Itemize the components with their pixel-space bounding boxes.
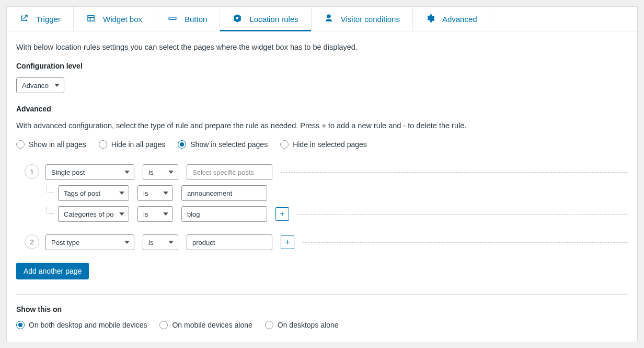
tab-trigger[interactable]: Trigger (7, 7, 74, 31)
rules-builder: 1 Single post is Tags of post (16, 161, 628, 279)
rule-type-select[interactable]: Tags of post (58, 185, 129, 201)
tab-advanced[interactable]: Advanced (413, 7, 490, 31)
rule-divider (281, 172, 628, 173)
rule-type-select[interactable]: Categories of post (58, 206, 129, 222)
radio-indicator (178, 140, 186, 149)
rule-value-input[interactable] (181, 185, 267, 201)
settings-panel: Trigger Widget box Button Location rules… (6, 6, 638, 342)
radio-desktop-only[interactable]: On desktops alone (265, 321, 339, 329)
section-separator (16, 294, 628, 295)
advanced-desc: With advanced configuration, select the … (16, 121, 628, 130)
config-level-label: Configuration level (16, 62, 628, 70)
tab-label: Location rules (249, 15, 298, 24)
tab-widget-box[interactable]: Widget box (74, 7, 155, 31)
show-on-heading: Show this on (16, 305, 628, 313)
radio-label: Show in all pages (29, 140, 86, 149)
radio-indicator (280, 140, 289, 149)
radio-indicator (265, 321, 273, 329)
radio-indicator (16, 321, 25, 329)
rule-type-select[interactable]: Single post (45, 164, 134, 180)
rule-group: 1 Single post is Tags of post (16, 164, 628, 222)
add-rule-button[interactable]: + (275, 207, 289, 221)
radio-show-all-pages[interactable]: Show in all pages (16, 140, 86, 149)
tabs-bar: Trigger Widget box Button Location rules… (7, 7, 637, 31)
rule-value-input[interactable] (181, 206, 267, 222)
tab-label: Advanced (442, 15, 477, 24)
user-icon (324, 14, 334, 25)
rule-sub-line: Tags of post is (16, 185, 628, 201)
tab-label: Widget box (103, 15, 142, 24)
map-pin-icon (233, 14, 242, 25)
radio-indicator (16, 140, 25, 149)
rule-value-input[interactable] (187, 234, 272, 250)
tab-location-rules[interactable]: Location rules (220, 7, 311, 31)
tree-guide (47, 185, 54, 193)
radio-hide-selected-pages[interactable]: Hide in selected pages (280, 140, 367, 149)
tab-label: Trigger (36, 15, 61, 24)
rule-line: Single post is (16, 164, 628, 180)
rule-operator-select[interactable]: is (143, 234, 178, 250)
rule-line: Post type is + (16, 234, 628, 250)
tab-button[interactable]: Button (155, 7, 220, 31)
radio-label: On both desktop and mobile devices (29, 321, 147, 329)
add-rule-button[interactable]: + (281, 235, 294, 249)
radio-label: On desktops alone (278, 321, 339, 329)
radio-label: Hide in all pages (111, 140, 166, 149)
rule-group: 2 Post type is + (16, 234, 628, 250)
add-another-page-button[interactable]: Add another page (16, 263, 89, 279)
external-link-icon (19, 14, 29, 25)
tree-guide (47, 206, 54, 214)
rule-value-input[interactable] (187, 164, 272, 180)
rule-operator-select[interactable]: is (137, 185, 173, 201)
radio-indicator (99, 140, 107, 149)
layout-icon (86, 14, 96, 25)
rule-type-select[interactable]: Post type (45, 234, 134, 250)
rule-sub-line: Categories of post is + (16, 206, 628, 222)
tab-label: Button (185, 15, 207, 24)
radio-indicator (159, 321, 168, 329)
rule-divider (297, 214, 628, 215)
rule-divider (303, 242, 628, 243)
radio-label: Show in selected pages (190, 140, 268, 149)
radio-hide-all-pages[interactable]: Hide in all pages (99, 140, 166, 149)
tab-visitor-conditions[interactable]: Visitor conditions (312, 7, 413, 31)
radio-show-selected-pages[interactable]: Show in selected pages (178, 140, 268, 149)
gear-icon (426, 14, 435, 25)
rule-operator-select[interactable]: is (137, 206, 173, 222)
intro-text: With below location rules settings you c… (16, 43, 628, 51)
show-on-radios: On both desktop and mobile devices On mo… (16, 321, 628, 329)
radio-label: Hide in selected pages (293, 140, 367, 149)
radio-mobile-only[interactable]: On mobile devices alone (159, 321, 252, 329)
tab-label: Visitor conditions (341, 15, 400, 24)
radio-label: On mobile devices alone (172, 321, 252, 329)
page-scope-radios: Show in all pages Hide in all pages Show… (16, 140, 628, 149)
rule-operator-select[interactable]: is (143, 164, 178, 180)
config-level-select[interactable]: Advanced (16, 77, 64, 93)
advanced-heading: Advanced (16, 105, 628, 113)
button-icon (168, 14, 177, 25)
radio-both-devices[interactable]: On both desktop and mobile devices (16, 321, 147, 329)
